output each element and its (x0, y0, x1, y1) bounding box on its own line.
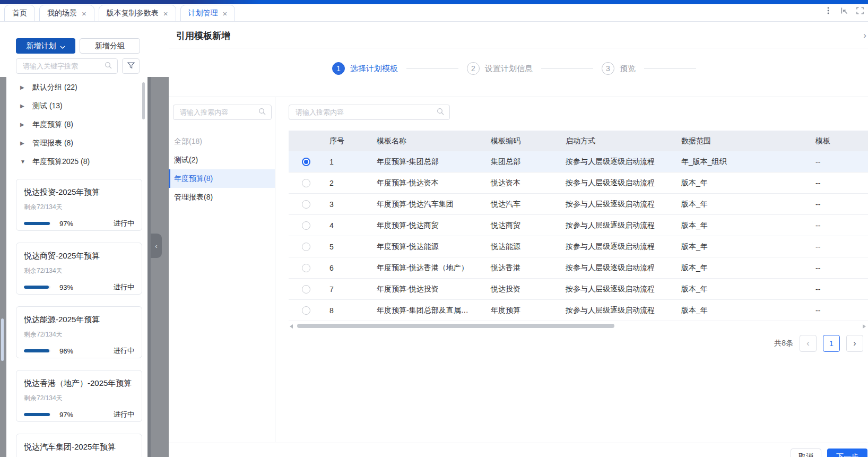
tab[interactable]: 我的场景 × (39, 5, 94, 21)
panel-header: 引用模板新增 › (169, 22, 868, 48)
category-item[interactable]: 管理报表(8) (169, 188, 275, 206)
row-radio-cell[interactable] (289, 200, 324, 209)
radio-button[interactable] (302, 221, 310, 230)
category-search-field[interactable] (179, 108, 258, 117)
next-page-button[interactable]: › (846, 335, 863, 352)
current-page-button[interactable]: 1 (823, 335, 840, 352)
filter-button[interactable] (122, 58, 140, 74)
add-group-button[interactable]: 新增分组 (80, 38, 140, 54)
caret-down-icon[interactable]: ▼ (20, 159, 27, 165)
restore-icon[interactable] (840, 7, 848, 14)
category-search-input[interactable] (173, 105, 272, 120)
close-icon[interactable]: × (82, 10, 86, 18)
horizontal-scroll-thumb[interactable] (297, 324, 614, 328)
wizard-step[interactable]: 1 选择计划模板 (332, 62, 467, 75)
tab[interactable]: 计划管理 × (180, 5, 236, 21)
scroll-right-arrow-icon[interactable] (863, 324, 866, 329)
prev-page-button[interactable]: ‹ (800, 335, 817, 352)
radio-button[interactable] (302, 200, 310, 209)
category-item[interactable]: 年度预算(8) (169, 169, 275, 188)
table-row[interactable]: 8 年度预算-集团总部及直属… 年度预算 按参与人层级逐级启动流程 版本_年 -… (289, 300, 868, 321)
scroll-left-arrow-icon[interactable] (290, 324, 293, 329)
plan-card[interactable]: 悦达香港（地产）-2025年预算 剩余72/134天 97% 进行中 (16, 370, 142, 422)
caret-right-icon[interactable]: ▶ (20, 103, 27, 109)
horizontal-scrollbar[interactable] (289, 323, 866, 329)
sidebar-search-input[interactable] (16, 58, 118, 74)
caret-right-icon[interactable]: ▶ (20, 140, 27, 146)
tab[interactable]: 版本复制参数表 × (99, 5, 176, 21)
row-radio-cell[interactable] (289, 243, 324, 251)
plan-card[interactable]: 悦达投资-2025年预算 剩余72/134天 97% 进行中 (16, 179, 142, 231)
radio-button[interactable] (302, 285, 310, 294)
close-icon[interactable]: × (163, 10, 168, 18)
left-scroll-thumb[interactable] (1, 318, 4, 361)
tab-label: 版本复制参数表 (107, 8, 159, 18)
cell-start-mode: 按参与人层级逐级启动流程 (566, 200, 681, 209)
row-radio-cell[interactable] (289, 285, 324, 294)
row-radio-cell[interactable] (289, 158, 324, 166)
tree-item[interactable]: ▶ ▼ 年度预算 (8) (6, 115, 147, 134)
row-radio-cell[interactable] (289, 179, 324, 187)
more-icon[interactable] (824, 7, 832, 14)
radio-button[interactable] (302, 306, 310, 315)
sidebar-search-row (16, 58, 140, 74)
search-icon (258, 108, 266, 117)
table-row[interactable]: 1 年度预算-集团总部 集团总部 按参与人层级逐级启动流程 年_版本_组织 -- (289, 151, 868, 173)
row-radio-cell[interactable] (289, 221, 324, 230)
template-search-field[interactable] (294, 108, 437, 117)
cell-template-code: 集团总部 (491, 157, 566, 167)
table-row[interactable]: 5 年度预算-悦达能源 悦达能源 按参与人层级逐级启动流程 版本_年 -- (289, 236, 868, 257)
caret-right-icon[interactable]: ▶ (20, 122, 27, 127)
sidebar-collapse-handle[interactable]: ‹ (151, 234, 162, 258)
cell-template-code: 悦达能源 (491, 242, 566, 252)
radio-button[interactable] (302, 179, 310, 187)
cell-template-extra: -- (815, 264, 868, 272)
wizard-step[interactable]: 3 预览 (602, 62, 705, 75)
plan-card-progress-row: 96% 进行中 (24, 346, 134, 356)
tree-item[interactable]: ▶ ▼ 年度预算2025 (8) (6, 152, 147, 171)
row-radio-cell[interactable] (289, 306, 324, 315)
cell-no: 5 (324, 243, 377, 251)
tab[interactable]: 首页 × (4, 5, 35, 21)
next-step-button[interactable]: 下一步 (827, 449, 867, 457)
template-table: 序号 模板名称 模板编码 启动方式 数据范围 模板 1 年度预算-集团总部 集团… (289, 131, 868, 321)
table-row[interactable]: 3 年度预算-悦达汽车集团 悦达汽车 按参与人层级逐级启动流程 版本_年 -- (289, 194, 868, 215)
left-scroll-track[interactable] (0, 77, 6, 457)
plan-card[interactable]: 悦达能源-2025年预算 剩余72/134天 96% 进行中 (16, 306, 142, 358)
fullscreen-icon[interactable] (856, 7, 864, 14)
plan-card-title: 悦达汽车集团-2025年预算 (24, 442, 134, 452)
step-number-badge: 1 (332, 62, 345, 75)
radio-button[interactable] (302, 264, 310, 272)
caret-right-icon[interactable]: ▶ (20, 84, 27, 90)
chevron-right-icon[interactable]: › (863, 30, 866, 41)
tree-item[interactable]: ▶ ▼ 测试 (13) (6, 97, 147, 115)
tab-label: 首页 (12, 8, 27, 18)
status-badge: 进行中 (114, 219, 134, 228)
sidebar-scrollbar[interactable] (142, 82, 145, 119)
radio-button[interactable] (302, 158, 310, 166)
row-radio-cell[interactable] (289, 264, 324, 272)
table-row[interactable]: 4 年度预算-悦达商贸 悦达商贸 按参与人层级逐级启动流程 版本_年 -- (289, 215, 868, 236)
template-search-input[interactable] (289, 105, 450, 120)
tree-item[interactable]: ▶ ▼ 管理报表 (8) (6, 134, 147, 152)
sidebar-search-field[interactable] (22, 62, 105, 71)
table-row[interactable]: 7 年度预算-悦达投资 悦达投资 按参与人层级逐级启动流程 版本_年 -- (289, 279, 868, 300)
table-row[interactable]: 6 年度预算-悦达香港（地产） 悦达香港 按参与人层级逐级启动流程 版本_年 -… (289, 257, 868, 279)
template-wizard-panel: 引用模板新增 › 1 选择计划模板 2 设置计划信息 3 预览 (169, 22, 868, 457)
plan-card-progress-row: 97% 进行中 (24, 219, 134, 228)
category-item[interactable]: 全部(18) (169, 132, 275, 151)
plan-card[interactable]: 悦达商贸-2025年预算 剩余72/134天 93% 进行中 (16, 243, 142, 295)
category-item[interactable]: 测试(2) (169, 151, 275, 169)
chevron-down-icon (60, 42, 65, 50)
cancel-button[interactable]: 取消 (791, 449, 821, 457)
table-row[interactable]: 2 年度预算-悦达资本 悦达资本 按参与人层级逐级启动流程 版本_年 -- (289, 173, 868, 194)
plan-card[interactable]: 悦达汽车集团-2025年预算 (16, 434, 142, 457)
wizard-step[interactable]: 2 设置计划信息 (467, 62, 602, 75)
close-icon[interactable]: × (223, 10, 228, 18)
tree-item[interactable]: ▶ ▼ 默认分组 (22) (6, 78, 147, 97)
header-data-range: 数据范围 (681, 136, 815, 146)
add-plan-button[interactable]: 新增计划 (16, 38, 75, 54)
radio-button[interactable] (302, 243, 310, 251)
cell-no: 6 (324, 264, 377, 272)
add-plan-label: 新增计划 (27, 41, 56, 51)
